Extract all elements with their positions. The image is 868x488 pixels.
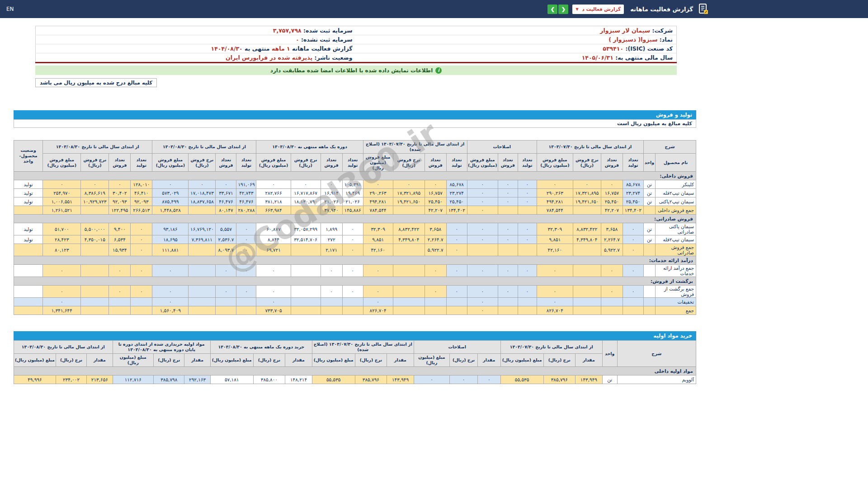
data-cell: ۴,۳۴۹,۸۰۴: [393, 235, 425, 244]
data-cell: ۰: [477, 375, 500, 384]
table-row: سنگ آهنتن۵,۶۴۹۷,۶۹۹,۹۴۷۴۳,۴۹۷۰۰۰۵,۶۴۹۷,۶…: [14, 384, 696, 384]
table-row: سیمان تیپ۲پاکتیتن۲۵,۴۵۰۲۵,۴۵۰۱۹,۴۲۱,۶۵۰۴…: [14, 197, 696, 206]
column-header: مبلغ فروش (میلیون ریال): [256, 153, 291, 172]
amounts-note-row: کلیه مبالغ به میلیون ریال است: [14, 119, 696, 128]
company-info-value: ۱ ماهه: [272, 45, 290, 52]
data-cell: [518, 298, 537, 306]
data-cell: [189, 306, 216, 315]
column-header: مقدار: [184, 354, 210, 367]
data-cell: ۰: [450, 384, 478, 384]
data-cell: [573, 298, 601, 306]
company-info-label: سرمایه ثبت نشده:: [299, 36, 353, 43]
data-cell: ۰: [87, 384, 113, 384]
data-cell: [14, 244, 43, 256]
data-cell: ۱۴۸,۲۱۴: [285, 375, 312, 384]
company-info-row: شرکت: سیمان لار سبزوارسرمایه ثبت شده: ۳,…: [36, 26, 677, 35]
data-cell: [643, 286, 655, 298]
data-cell: ۰: [414, 384, 449, 384]
data-cell: ۱۱۱,۸۸۱: [152, 244, 189, 256]
report-icon[interactable]: [697, 3, 709, 15]
chevron-down-icon: ▼: [576, 7, 578, 11]
data-cell: [643, 244, 655, 256]
data-cell: ۷۳۳,۷۰۵: [256, 306, 291, 315]
raw-materials-table-clip: شرحواحداز ابتدای سال مالی تا تاریخ ۱۴۰۴/…: [14, 340, 696, 384]
data-cell: ۱,۲۶۱,۵۲۱: [43, 206, 81, 215]
data-cell: ۰: [43, 286, 81, 298]
data-cell: ۰: [321, 180, 342, 189]
data-cell: ۲۳,۲۷۴: [623, 189, 643, 197]
column-group-header: دوره یک ماهه منتهی به ۱۴۰۴/۰۸/۳۰: [256, 141, 363, 154]
column-header: مبلغ فروش (میلیون ریال): [363, 153, 393, 172]
data-cell: [393, 298, 425, 306]
column-header: مبلغ فروش (میلیون ریال): [43, 153, 81, 172]
data-cell: ۵۵,۵۳۵: [500, 375, 543, 384]
data-cell: ۲۵,۴۵۰: [425, 197, 446, 206]
column-header: مبلغ (میلیون ریال): [500, 354, 543, 367]
data-cell: [291, 206, 321, 215]
row-label-cell: آلوویم: [617, 375, 696, 384]
data-cell: ۰: [363, 286, 393, 298]
column-header: مبلغ (میلیون ریال): [312, 354, 355, 367]
data-cell: [81, 265, 109, 277]
amounts-note: کلیه مبالغ درج شده به میلیون ریال می باش…: [35, 78, 157, 87]
language-toggle[interactable]: EN: [6, 6, 14, 12]
section-label: درآمد ارائه خدمات:: [14, 256, 696, 265]
column-header: تعداد تولید: [236, 153, 256, 172]
data-cell: ۰: [342, 265, 363, 277]
nav-previous-button[interactable]: ❮: [558, 5, 568, 14]
data-cell: ۳۲,۳۰۹: [363, 223, 393, 235]
data-cell: ۷,۶۹۹,۹۴۷: [355, 384, 387, 384]
data-cell: ۷,۶۹۹,۹۴۷: [154, 384, 184, 384]
nav-next-button[interactable]: ❯: [547, 5, 557, 14]
company-info-cell: سال مالی منتهی به: ۱۴۰۵/۰۶/۳۱: [356, 53, 677, 63]
raw-materials-section: خرید مواد اولیه شرحواحداز ابتدای سال مال…: [14, 331, 696, 384]
data-cell: ۵,۶۴۹: [576, 384, 603, 384]
data-cell: ۴۲,۱۶۰: [537, 244, 573, 256]
data-cell: ۱۰,۹۲۹,۷۲۳: [81, 197, 109, 206]
data-cell: ۲۹۲,۱۶۳: [184, 375, 210, 384]
data-cell: [498, 244, 518, 256]
company-info-label: منتهی به: [243, 45, 272, 52]
data-cell: ۰: [363, 298, 393, 306]
column-header: مقدار: [285, 354, 312, 367]
data-cell: ۲۶۶,۵۱۳: [131, 206, 152, 215]
data-cell: تولید: [14, 235, 43, 244]
data-cell: ۴,۳۴۹,۸۰۴: [573, 235, 601, 244]
data-cell: ۵۱,۷۰۰: [43, 223, 81, 235]
row-label-cell: کلینکر: [655, 180, 696, 189]
data-cell: ۰: [518, 180, 537, 189]
data-cell: [393, 286, 425, 298]
data-cell: ۵۷,۱۸۱: [210, 375, 253, 384]
data-cell: [131, 298, 152, 306]
column-header: نرخ فروش (ریال): [573, 153, 601, 172]
report-type-dropdown[interactable]: گزارش فعالیت د ▼: [572, 5, 624, 14]
data-cell: ۰: [414, 375, 449, 384]
column-group-header: شرح: [617, 341, 696, 367]
column-header: مبلغ فروش (میلیون ریال): [152, 153, 189, 172]
table-row: جمع فروش صادراتی۰۵,۹۲۲.۷۴۲,۱۶۰۰۵,۹۲۲.۷۴۲…: [14, 244, 696, 256]
data-cell: ۱۸,۶۹۵: [152, 235, 189, 244]
data-cell: [518, 306, 537, 315]
data-cell: ۹۲,۰۹۳: [131, 197, 152, 206]
table-row: سیمان پاکتی صادراتیتن۰۳,۶۵۸۸,۸۳۲,۴۲۲۳۲,۳…: [14, 223, 696, 235]
column-group-header: وضعیت محصول-واحد: [14, 141, 43, 172]
data-cell: ۵,۶۴۹: [387, 384, 414, 384]
data-cell: ۰: [498, 265, 518, 277]
data-cell: [518, 206, 537, 215]
data-cell: ۰: [537, 180, 573, 189]
column-header: تعداد فروش: [216, 153, 236, 172]
data-cell: ۱۷,۰۱۸,۴۷۳: [189, 189, 216, 197]
data-cell: ۰: [467, 298, 498, 306]
data-cell: ۱۲۸,۰۱۰: [131, 180, 152, 189]
data-cell: ۴۹۴,۲۸۱: [537, 197, 573, 206]
data-cell: تن: [643, 235, 655, 244]
table-section-row: مواد اولیه داخلی: [14, 366, 696, 375]
data-cell: ۰: [518, 189, 537, 197]
data-cell: ۰: [216, 180, 236, 189]
table-gap: [14, 128, 696, 140]
data-cell: ۰: [256, 298, 291, 306]
data-cell: ۰: [623, 235, 643, 244]
data-cell: ۰: [467, 189, 498, 197]
data-cell: ۰: [498, 189, 518, 197]
data-cell: ۰: [342, 244, 363, 256]
